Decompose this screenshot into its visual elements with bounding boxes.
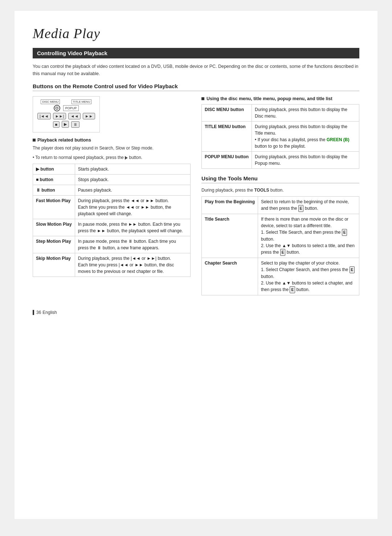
table-row: ▶ buttonStarts playback. [33,164,191,175]
button-label-cell: ■ button [33,175,75,185]
tools-desc-cell: If there is more than one movie on the d… [258,214,359,258]
tools-label-cell: Play from the Beginning [202,197,258,214]
button-label-cell: ▶ button [33,164,75,175]
playback-note: • To return to normal speed playback, pr… [33,154,191,161]
button-desc-cell: In pause mode, press the ►► button. Each… [75,219,190,236]
footer: 36 English [33,310,359,315]
play-arrow-icon [125,156,128,160]
tools-label-cell: Chapter Search [202,258,258,295]
footer-lang: English [42,310,57,315]
button-desc-cell: Pauses playback. [75,185,190,196]
button-label-cell: Slow Motion Play [33,219,75,236]
remote-nav-row1: |◄◄ ►►| ◄◄ ►► [37,113,95,119]
playback-label-text: Playback related buttons [37,138,91,143]
table-row: TITLE MENU buttonDuring playback, press … [202,122,359,152]
button-desc-cell: During playback, press the ◄◄ or ►► butt… [75,196,190,219]
table-row: Skip Motion PlayDuring playback, press t… [33,253,191,277]
disc-menu-table: DISC MENU buttonDuring playback, press t… [201,104,359,169]
tools-label-cell: Title Search [202,214,258,258]
remote-o-popup-row: O POPUP [54,105,79,111]
button-desc-cell: Stops playback. [75,175,190,185]
disc-menu-heading-text: Using the disc menu, title menu, popup m… [207,96,332,101]
tools-desc-cell: Select to return to the beginning of the… [258,197,359,214]
footer-page-num: 36 [36,310,41,315]
page-title: Media Play [33,25,359,41]
remote-top-labels: DISC MENU TITLE MENU [41,99,91,104]
disc-menu-desc-cell: During playback, press this button to di… [252,122,359,152]
table-row: DISC MENU buttonDuring playback, press t… [202,105,359,122]
stop-button: ■ [53,121,60,128]
subsection-buttons-title: Buttons on the Remote Control used for V… [33,83,359,91]
disc-menu-label-cell: POPUP MENU button [202,152,252,169]
tools-title: Using the Tools Menu [201,175,359,183]
button-desc-cell: Starts playback. [75,164,190,175]
pause-button: ⏸ [71,121,79,128]
button-label-cell: Skip Motion Play [33,253,75,277]
intro-text: You can control the playback of video co… [33,63,359,77]
left-column: DISC MENU TITLE MENU O POPUP |◄◄ ►►| ◄◄ … [33,96,191,295]
page: Media Play Controlling Video Playback Yo… [15,11,377,519]
table-row: Play from the BeginningSelect to return … [202,197,359,214]
rew-button: ◄◄ [68,113,81,119]
footer-bar-icon [33,310,34,315]
tools-desc: During playback, press the TOOLS button. [201,187,359,193]
remote-inner: DISC MENU TITLE MENU O POPUP |◄◄ ►►| ◄◄ … [37,99,95,129]
two-col-layout: DISC MENU TITLE MENU O POPUP |◄◄ ►►| ◄◄ … [33,96,359,295]
remote-control-image: DISC MENU TITLE MENU O POPUP |◄◄ ►►| ◄◄ … [33,96,100,132]
table-row: POPUP MENU buttonDuring playback, press … [202,152,359,169]
play-button: ▶ [62,121,69,128]
tools-desc-cell: Select to play the chapter of your choic… [258,258,359,295]
section-header: Controlling Video Playback [33,48,359,58]
popup-button: POPUP [63,105,79,111]
disc-menu-label: DISC MENU [41,99,60,104]
disc-menu-desc-cell: During playback, press this button to di… [252,105,359,122]
disc-menu-label-cell: TITLE MENU button [202,122,252,152]
remote-nav-row2: ■ ▶ ⏸ [53,121,80,128]
tools-section: Using the Tools Menu During playback, pr… [201,175,359,295]
skip-back-button: |◄◄ [37,113,51,119]
disc-menu-desc-cell: During playback, press this button to di… [252,152,359,169]
playback-desc: The player does not play sound in Search… [33,145,191,151]
bullet-icon [33,139,36,142]
button-label-cell: ⏸ button [33,185,75,196]
table-row: ⏸ buttonPauses playback. [33,185,191,196]
table-row: Chapter SearchSelect to play the chapter… [202,258,359,295]
skip-fwd-button: ►►| [53,113,66,119]
remote-o-button: O [54,105,60,111]
table-row: Slow Motion PlayIn pause mode, press the… [33,219,191,236]
disc-menu-label-cell: DISC MENU button [202,105,252,122]
table-row: Fast Motion PlayDuring playback, press t… [33,196,191,219]
title-menu-label: TITLE MENU [72,99,92,104]
table-row: Step Motion PlayIn pause mode, press the… [33,236,191,253]
table-row: ■ buttonStops playback. [33,175,191,185]
playback-label-heading: Playback related buttons [33,138,191,143]
button-desc-cell: In pause mode, press the ⏸ button. Each … [75,236,190,253]
right-column: Using the disc menu, title menu, popup m… [201,96,359,295]
buttons-table: ▶ buttonStarts playback.■ buttonStops pl… [33,164,191,277]
button-desc-cell: During playback, press the |◄◄ or ►►| bu… [75,253,190,277]
ff-button: ►► [83,113,95,119]
button-label-cell: Fast Motion Play [33,196,75,219]
button-label-cell: Step Motion Play [33,236,75,253]
disc-bullet-icon [201,97,204,100]
tools-table: Play from the BeginningSelect to return … [201,196,359,295]
table-row: Title SearchIf there is more than one mo… [202,214,359,258]
disc-menu-heading: Using the disc menu, title menu, popup m… [201,96,359,101]
